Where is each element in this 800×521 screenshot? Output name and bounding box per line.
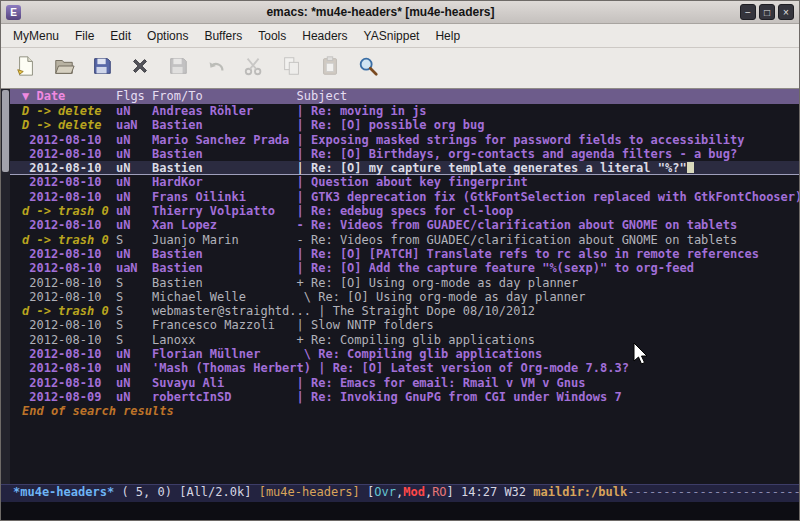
menu-file[interactable]: File [67, 26, 102, 46]
message-row[interactable]: 2012-08-10 uN Xan Lopez - Re: Videos fro… [10, 218, 799, 232]
search-button[interactable] [355, 56, 380, 81]
bracket: [ [360, 485, 374, 499]
message-row[interactable]: d -> trash 0 uN Thierry Volpiatto | Re: … [10, 204, 799, 218]
message-row[interactable]: 2012-08-10 S Bastien + Re: [O] Using org… [10, 276, 799, 290]
menu-options[interactable]: Options [139, 26, 196, 46]
kill-buffer-button[interactable] [127, 56, 152, 81]
bracket: ] [447, 485, 461, 499]
message-row[interactable]: 2012-08-10 S Francesco Mazzoli | Slow NN… [10, 318, 799, 332]
row-text: 2012-08-10 uN Florian Müllner \ Re: Comp… [22, 347, 542, 361]
menu-headers[interactable]: Headers [294, 26, 355, 46]
message-row[interactable]: 2012-08-10 uN Mario Sanchez Prada | Expo… [10, 133, 799, 147]
message-row[interactable]: 2012-08-10 S Lanoxx + Re: Compiling glib… [10, 333, 799, 347]
window-controls: −□× [740, 4, 794, 20]
row-text: S webmaster@straightd... | The Straight … [116, 304, 535, 318]
text-cursor [687, 162, 694, 173]
end-of-results[interactable]: End of search results [10, 404, 799, 418]
message-row[interactable]: 2012-08-10 uN 'Mash (Thomas Herbert) | R… [10, 361, 799, 375]
filler-dashes: ---------------------------------- [627, 485, 799, 499]
window-title: emacs: *mu4e-headers* [mu4e-headers] [26, 5, 735, 19]
row-text: 2012-08-10 uaN Bastien | Re: [O] Add the… [22, 261, 694, 275]
message-row[interactable]: d -> trash 0 S Juanjo Marin - Re: Videos… [10, 233, 799, 247]
paste-button [317, 56, 342, 81]
row-text: 2012-08-10 uN Bastien | Re: [O] [PATCH] … [22, 247, 759, 261]
row-text: D -> delete [22, 118, 116, 132]
mode-line[interactable]: *mu4e-headers* ( 5, 0) [All/2.0k] [mu4e-… [1, 484, 799, 502]
open-file-icon [53, 55, 75, 81]
menu-help[interactable]: Help [427, 26, 468, 46]
message-row[interactable]: 2012-08-09 uN robertcInSD | Re: Invoking… [10, 390, 799, 404]
message-row[interactable]: 2012-08-10 uN Frans Oilinki | GTK3 depre… [10, 190, 799, 204]
row-text: D -> delete [22, 104, 116, 118]
menu-mymenu[interactable]: MyMenu [5, 26, 67, 46]
close-button[interactable]: × [778, 4, 794, 20]
message-row-current[interactable]: 2012-08-10 uN Bastien | Re: [O] my captu… [10, 161, 799, 175]
open-file-button[interactable] [51, 56, 76, 81]
menu-tools[interactable]: Tools [250, 26, 294, 46]
column-date[interactable]: ▼ Date [22, 89, 65, 103]
emacs-window: E emacs: *mu4e-headers* [mu4e-headers] −… [0, 0, 800, 521]
message-row[interactable]: 2012-08-10 uaN Bastien | Re: [O] Add the… [10, 261, 799, 275]
row-text: 2012-08-10 uN HardKor | Question about k… [22, 175, 528, 189]
scroll-position: [All/2.0k] [179, 485, 258, 499]
row-text: 2012-08-10 S Bastien + Re: [O] Using org… [22, 276, 578, 290]
new-file-button[interactable] [13, 56, 38, 81]
row-text: 2012-08-10 S Lanoxx + Re: Compiling glib… [22, 333, 535, 347]
row-text: 2012-08-10 uN Suvayu Ali | Re: Emacs for… [22, 376, 586, 390]
row-text: uaN Bastien | Re: [O] possible org bug [116, 118, 484, 132]
message-row[interactable]: D -> delete uN Andreas Röhler | Re: movi… [10, 104, 799, 118]
modified-indicator: Mod [403, 485, 425, 499]
headers-pane: ▼ Date Flgs From/To Subject D -> delete … [10, 89, 799, 484]
message-row[interactable]: 2012-08-10 S Michael Welle \ Re: [O] Usi… [10, 290, 799, 304]
row-text: d -> trash 0 [22, 304, 116, 318]
scrollbar-thumb[interactable] [2, 90, 9, 172]
menu-buffers[interactable]: Buffers [196, 26, 250, 46]
row-text: uN Thierry Volpiatto | Re: edebug specs … [116, 204, 513, 218]
row-text: d -> trash 0 [22, 233, 116, 247]
overwrite-indicator: Ovr [374, 485, 396, 499]
message-row[interactable]: 2012-08-10 uN Florian Müllner \ Re: Comp… [10, 347, 799, 361]
message-row[interactable]: D -> delete uaN Bastien | Re: [O] possib… [10, 118, 799, 132]
header-line[interactable]: ▼ Date Flgs From/To Subject [10, 89, 799, 104]
scrollbar[interactable] [1, 89, 10, 484]
major-mode: [mu4e-headers] [259, 485, 360, 499]
maildir: maildir:/bulk [533, 485, 627, 499]
copy-icon [281, 55, 303, 81]
buffer-area: ▼ Date Flgs From/To Subject D -> delete … [1, 89, 799, 484]
save-button[interactable] [89, 56, 114, 81]
maximize-button[interactable]: □ [759, 4, 775, 20]
week-number: W32 [504, 485, 533, 499]
save-as-button [165, 56, 190, 81]
message-row[interactable]: 2012-08-10 uN Bastien | Re: [O] [PATCH] … [10, 247, 799, 261]
row-text: 2012-08-10 uN Frans Oilinki | GTK3 depre… [22, 190, 799, 204]
row-text: 2012-08-10 uN Bastien | Re: [O] my captu… [22, 161, 687, 175]
menubar: MyMenuFileEditOptionsBuffersToolsHeaders… [1, 24, 799, 48]
menu-yasnippet[interactable]: YASnippet [356, 26, 428, 46]
row-text: 2012-08-10 S Michael Welle \ Re: [O] Usi… [22, 290, 586, 304]
save-as-icon [167, 55, 189, 81]
undo-icon [205, 55, 227, 81]
message-row[interactable]: d -> trash 0 S webmaster@straightd... | … [10, 304, 799, 318]
row-text: d -> trash 0 [22, 204, 116, 218]
row-text: End of search results [22, 404, 174, 418]
copy-button [279, 56, 304, 81]
emacs-icon: E [6, 5, 21, 20]
search-icon [357, 55, 379, 81]
buffer-name: *mu4e-headers* [13, 485, 114, 499]
message-row[interactable]: 2012-08-10 uN HardKor | Question about k… [10, 175, 799, 189]
menu-edit[interactable]: Edit [102, 26, 139, 46]
clock: 14:27 [461, 485, 504, 499]
titlebar[interactable]: E emacs: *mu4e-headers* [mu4e-headers] −… [1, 1, 799, 24]
column-flags: Flgs [116, 89, 152, 103]
kill-buffer-icon [129, 55, 151, 81]
row-text: S Juanjo Marin - Re: Videos from GUADEC/… [116, 233, 737, 247]
minimize-button[interactable]: − [740, 4, 756, 20]
row-text: 2012-08-10 uN Xan Lopez - Re: Videos fro… [22, 218, 737, 232]
message-row[interactable]: 2012-08-10 uN Bastien | Re: [O] Birthday… [10, 147, 799, 161]
message-row[interactable]: 2012-08-10 uN Suvayu Ali | Re: Emacs for… [10, 376, 799, 390]
row-text: 2012-08-10 S Francesco Mazzoli | Slow NN… [22, 318, 434, 332]
row-text: 2012-08-10 uN Bastien | Re: [O] Birthday… [22, 147, 737, 161]
cut-icon [243, 55, 265, 81]
row-text: uN Andreas Röhler | Re: moving in js [116, 104, 427, 118]
column-subject: Subject [297, 89, 348, 103]
